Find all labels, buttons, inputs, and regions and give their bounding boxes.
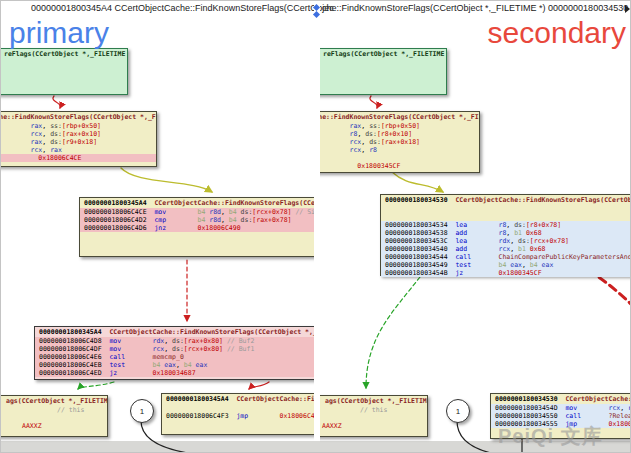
instruction-row: // this — [1, 406, 107, 414]
watermark: PeiQi 文库 — [498, 423, 603, 450]
pane-primary[interactable]: reFlags(CCertObject *,_FILETIME *)Object… — [1, 1, 314, 453]
instruction-row: 000000018006C4ED jz 0x180034687 — [35, 369, 314, 377]
block-header: ObjectCache::FindKnownStoreFlags(CCertOb… — [1, 113, 156, 122]
block-load-compare[interactable]: ObjectCache::FindKnownStoreFlags(CCertOb… — [320, 111, 480, 173]
flow-edge-green — [366, 277, 420, 388]
flow-edge-olive — [121, 168, 212, 192]
instruction-row — [162, 404, 314, 412]
block-exit-right[interactable]: ags(CCertObject *,_FILETIME *)// thisAAX… — [320, 395, 428, 437]
flow-edge-red — [53, 96, 61, 108]
instruction-row: cmp rcx, rax — [1, 146, 156, 154]
instruction-row: mov rax, ss:[rbp+0x50] — [1, 122, 156, 130]
label-primary: primary — [9, 17, 109, 49]
block-chain-compare[interactable]: 0000000180034530 CCertObjectCache::FindK… — [380, 194, 631, 276]
instruction-row: mov rax, ss:[rbp+0x50] — [320, 122, 479, 130]
block-header: ags(CCertObject *,_FILETIME *) — [1, 397, 107, 406]
instruction-row: jz 0x1800345CF — [320, 162, 479, 170]
instruction-row: 000000018006C4E6 call memcmp_0 — [35, 353, 314, 361]
instruction-row: 0000000180034549 test b4 eax, b4 eax — [381, 261, 631, 269]
instruction-row: 000000018006C4D8 mov rdx, ds:[rax+0x80] … — [35, 337, 314, 345]
instruction-row — [381, 205, 631, 213]
bindiff-graph-window: 00000001800345A4 CCertObjectCache::FindK… — [0, 0, 631, 453]
block-header: 00000001800345A4 CCertObjectCache::FindK… — [80, 199, 314, 208]
pane-secondary[interactable]: reFlags(CCertObject *,_FILETIME *)Object… — [320, 1, 631, 453]
pane-splitter[interactable] — [314, 1, 320, 441]
instruction-row: 000000018006C4F3 jmp 0x18006C490 — [162, 412, 314, 420]
instruction-row: 000000018003454B jz 0x1800345CF — [381, 269, 631, 277]
instruction-row — [381, 213, 631, 221]
instruction-row: 0000000180034544 call ChainComparePublic… — [381, 253, 631, 261]
splitter-handle-icon — [313, 11, 320, 18]
flow-edge-red — [249, 382, 269, 389]
block-cmp-size[interactable]: 00000001800345A4 CCertObjectCache::FindK… — [79, 197, 314, 257]
block-header: ags(CCertObject *,_FILETIME *) — [320, 397, 427, 406]
block-header: 00000001800345A4 CCertObjectCache::FindK… — [35, 328, 314, 337]
block-exit-left[interactable]: ags(CCertObject *,_FILETIME *)// thisAAX… — [1, 395, 108, 437]
flow-edge-red — [370, 96, 378, 108]
flow-edge-black — [457, 421, 491, 453]
block-header: reFlags(CCertObject *,_FILETIME *) — [320, 50, 446, 59]
instruction-row: mov rcx, ds:[rax+0x10] — [1, 130, 156, 138]
instruction-row: 000000018006C4CE mov b4 r8d, b4 ds:[rcx+… — [80, 208, 314, 216]
flow-edge-green — [78, 382, 114, 389]
instruction-row — [320, 414, 427, 422]
instruction-row: AAXXZ — [320, 422, 427, 430]
instruction-row: // this — [320, 406, 427, 414]
instruction-row: 000000018006C4D2 cmp b4 r8d, b4 ds:[rax+… — [80, 216, 314, 224]
block-header: 0000000180034530 CCertObjectCache::Find — [491, 395, 631, 404]
block-jmp-left[interactable]: 00000001800345A4 CCertObjectCache::Find0… — [161, 393, 314, 435]
instruction-row: 0000000180034540 add rcx, b1 0x68 — [381, 245, 631, 253]
instruction-row: mov rcx, ds:[rax+0x18] — [320, 138, 479, 146]
instruction-row: 0000000180034534 lea r8, ds:[r8+0x78] — [381, 221, 631, 229]
minimized-node-1[interactable]: 1 — [130, 399, 154, 423]
instruction-row: cmp rcx, r8 — [320, 146, 479, 154]
block-header: reFlags(CCertObject *,_FILETIME *) — [1, 50, 127, 59]
block-load-compare[interactable]: ObjectCache::FindKnownStoreFlags(CCertOb… — [1, 111, 157, 167]
instruction-row: AAXXZ — [1, 422, 107, 430]
flow-edge-olive — [392, 172, 443, 192]
minimized-node-1[interactable]: 1 — [446, 399, 470, 423]
block-header: 00000001800345A4 CCertObjectCache::Find — [162, 395, 314, 404]
block-memcmp[interactable]: 00000001800345A4 CCertObjectCache::FindK… — [34, 326, 314, 380]
block-header: 0000000180034530 CCertObjectCache::FindK… — [381, 196, 631, 205]
instruction-row: 000000018006C4EB test b4 eax, b4 eax — [35, 361, 314, 369]
instruction-row: jz 0x18006C4CE — [1, 154, 156, 162]
instruction-row — [320, 154, 479, 162]
instruction-row: 000000018006C4DF mov rcx, ds:[rcx+0x80] … — [35, 345, 314, 353]
instruction-row — [1, 414, 107, 422]
entry-block-green[interactable]: reFlags(CCertObject *,_FILETIME *) — [1, 48, 128, 95]
instruction-row: mov r8, ds:[r8+0x10] — [320, 130, 479, 138]
instruction-row: 000000018003453C lea rdx, ds:[rcx+0x78] — [381, 237, 631, 245]
instruction-row: mov rax, ds:[r9+0x18] — [1, 138, 156, 146]
instruction-row: 000000018006C4D6 jnz 0x18006C490 — [80, 224, 314, 232]
instruction-row: 0000000180034550 call ?Release@CC — [491, 412, 631, 420]
label-secondary: secondary — [488, 17, 626, 49]
entry-block-green[interactable]: reFlags(CCertObject *,_FILETIME *) — [320, 48, 447, 95]
instruction-row: 000000018003454D mov rcx, rax — [491, 404, 631, 412]
block-header: ObjectCache::FindKnownStoreFlags(CCertOb… — [320, 113, 479, 122]
instruction-row: 0000000180034538 add r8, b1 0x68 — [381, 229, 631, 237]
